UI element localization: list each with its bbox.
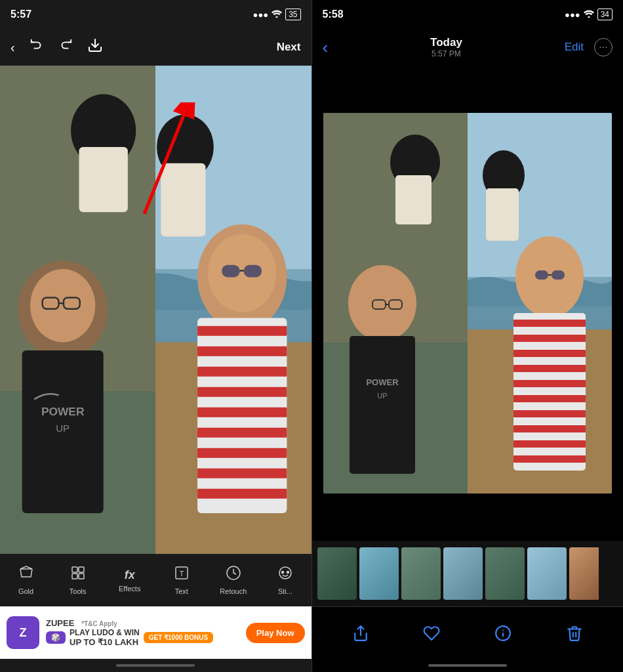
svg-rect-76 (513, 440, 586, 448)
left-toolbar: ‹ Next (0, 29, 312, 66)
tab-stickers[interactable]: Sti... (259, 565, 311, 595)
right-wifi-icon (584, 10, 594, 20)
tab-retouch-label: Retouch (220, 587, 247, 595)
download-button[interactable] (87, 37, 103, 57)
battery-icon: 35 (285, 9, 300, 20)
svg-rect-72 (513, 380, 586, 387)
home-indicator-bar (116, 664, 195, 667)
edit-button[interactable]: Edit (565, 41, 584, 54)
svg-point-45 (287, 572, 289, 574)
svg-rect-68 (513, 320, 586, 327)
svg-rect-73 (513, 395, 586, 402)
svg-rect-30 (197, 408, 287, 417)
toolbar-left-group: ‹ (10, 37, 103, 57)
share-button[interactable] (352, 625, 369, 642)
right-photo-right (468, 113, 612, 494)
trash-button[interactable] (566, 625, 583, 642)
tab-text[interactable]: T Text (155, 565, 207, 595)
back-button[interactable]: ‹ (10, 40, 15, 55)
thumbnail-1[interactable] (317, 547, 357, 600)
svg-rect-71 (513, 365, 586, 372)
svg-rect-74 (513, 410, 586, 417)
right-back-button[interactable]: ‹ (323, 37, 329, 58)
ad-banner[interactable]: Z ZUPEE *T&C Apply 🎲 PLAY LUDO & WIN UP … (0, 606, 312, 659)
ad-game-icon: 🎲 (46, 631, 66, 644)
tab-text-label: Text (175, 587, 188, 595)
heart-button[interactable] (423, 625, 440, 642)
gold-icon (18, 565, 34, 585)
svg-rect-65 (552, 270, 565, 280)
svg-point-46 (588, 16, 590, 18)
retouch-icon (226, 565, 241, 585)
tab-retouch[interactable]: Retouch (207, 565, 259, 595)
svg-rect-22 (222, 265, 240, 278)
left-status-icons: ●●● 35 (253, 9, 301, 20)
svg-rect-75 (513, 425, 586, 432)
photo-left-half: POWER UP (0, 66, 155, 554)
svg-rect-37 (72, 567, 77, 572)
svg-rect-26 (197, 326, 287, 336)
thumbnail-7[interactable] (569, 547, 609, 600)
more-button[interactable]: ··· (594, 38, 613, 56)
svg-text:UP: UP (56, 423, 70, 434)
right-photo-container: POWER UP (323, 113, 612, 494)
left-status-bar: 5:57 ●●● 35 (0, 0, 312, 29)
svg-rect-23 (244, 265, 262, 278)
tab-effects-label: Effects (119, 585, 140, 593)
svg-point-0 (276, 16, 278, 18)
svg-rect-32 (197, 448, 287, 458)
ad-prize-text: UP TO ₹10 LAKH (70, 637, 140, 647)
right-home-indicator (312, 659, 624, 672)
svg-rect-33 (197, 469, 287, 478)
svg-rect-28 (197, 367, 287, 377)
tab-tools[interactable]: Tools (52, 565, 104, 595)
thumbnail-3[interactable] (401, 547, 441, 600)
redo-button[interactable] (58, 38, 73, 56)
effects-icon: fx (125, 568, 135, 582)
left-status-time: 5:57 (10, 9, 31, 20)
right-signal-icon: ●●● (565, 10, 580, 20)
svg-point-8 (30, 269, 95, 343)
undo-button[interactable] (30, 38, 44, 56)
right-panel: 5:58 ●●● 34 ‹ Today 5:57 PM Edit ··· (312, 0, 624, 672)
svg-point-51 (348, 265, 416, 341)
tool-tabs: Gold Tools fx Effects T (0, 554, 312, 606)
svg-rect-19 (161, 163, 206, 237)
right-status-time: 5:58 (323, 9, 344, 20)
right-toolbar-actions: Edit ··· (565, 38, 613, 56)
ad-text: ZUPEE *T&C Apply 🎲 PLAY LUDO & WIN UP TO… (46, 618, 239, 647)
right-battery-icon: 34 (597, 9, 613, 20)
right-image-area: POWER UP (312, 66, 624, 541)
info-button[interactable] (494, 625, 512, 642)
thumbnail-6[interactable] (527, 547, 567, 600)
svg-rect-55 (350, 336, 415, 474)
ad-main-text: PLAY LUDO & WIN (70, 628, 140, 637)
svg-point-43 (279, 567, 291, 579)
svg-text:T: T (179, 570, 184, 578)
ad-cta-button[interactable]: Play Now (246, 623, 305, 643)
tab-tools-label: Tools (70, 587, 87, 595)
thumbnail-2[interactable] (359, 547, 399, 600)
right-photo-left: POWER UP (323, 113, 468, 494)
ad-content: 🎲 PLAY LUDO & WIN UP TO ₹10 LAKH GET ₹10… (46, 628, 239, 647)
tab-gold[interactable]: Gold (0, 565, 52, 595)
svg-rect-70 (513, 350, 586, 357)
thumbnail-5[interactable] (485, 547, 525, 600)
ad-disclaimer: *T&C Apply (81, 620, 117, 627)
svg-point-21 (208, 234, 276, 312)
next-button[interactable]: Next (277, 41, 301, 54)
thumbnail-4[interactable] (443, 547, 483, 600)
left-image-area: POWER UP (0, 66, 312, 554)
svg-rect-29 (197, 387, 287, 397)
right-toolbar-center: Today 5:57 PM (430, 36, 462, 58)
svg-text:POWER: POWER (366, 377, 399, 387)
tab-effects[interactable]: fx Effects (104, 568, 155, 593)
right-toolbar-subtitle: 5:57 PM (432, 49, 461, 58)
ad-logo: Z (7, 616, 39, 649)
svg-rect-6 (79, 147, 127, 212)
svg-text:POWER: POWER (41, 405, 85, 418)
right-status-bar: 5:58 ●●● 34 (312, 0, 624, 29)
left-panel: 5:57 ●●● 35 ‹ (0, 0, 312, 672)
svg-rect-40 (79, 574, 84, 579)
tab-gold-label: Gold (18, 587, 33, 595)
